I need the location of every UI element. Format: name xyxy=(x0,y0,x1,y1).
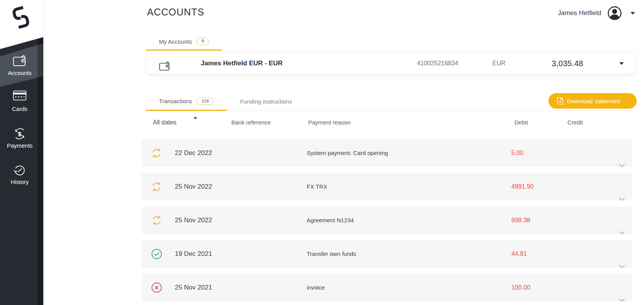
tab-label: Funding instructions xyxy=(240,98,292,105)
transaction-date: 19 Dec 2021 xyxy=(175,240,212,268)
app-logo xyxy=(0,0,43,51)
pending-sync-icon xyxy=(151,148,162,158)
sidebar-item-payments[interactable]: $ Payments xyxy=(0,127,39,149)
failed-x-icon xyxy=(151,282,162,293)
wallet-icon xyxy=(0,54,39,69)
transaction-debit: 998.38 xyxy=(511,206,530,234)
download-icon xyxy=(557,97,564,105)
payments-icon: $ xyxy=(0,127,39,141)
transaction-status-icon xyxy=(151,282,162,293)
column-header-payment-reason: Payment reason xyxy=(308,117,350,128)
transaction-row[interactable]: 25 Nov 2021 invoice 100.00 xyxy=(142,274,632,302)
transactions-count-badge: 114 xyxy=(196,97,214,105)
sidebar-item-label: Cards xyxy=(0,106,39,112)
account-card[interactable]: James Hetfield EUR - EUR 410025216834 EU… xyxy=(146,52,635,74)
transaction-status-icon xyxy=(151,181,162,192)
transactions-list: 22 Dec 2022 System payment: Card opening… xyxy=(142,139,632,305)
transaction-date: 25 Nov 2022 xyxy=(175,206,212,234)
sidebar-item-accounts[interactable]: Accounts xyxy=(0,54,39,76)
date-filter-dropdown[interactable]: All dates xyxy=(153,117,176,128)
transaction-debit: 4991.90 xyxy=(511,173,534,201)
account-currency: EUR xyxy=(492,53,506,74)
user-menu-caret-icon[interactable] xyxy=(630,12,635,15)
account-stack-layer xyxy=(156,76,625,78)
accounts-tab-bar: My Accounts 9 xyxy=(146,33,222,51)
transaction-reason: invoice xyxy=(307,274,325,302)
chevron-down-icon[interactable] xyxy=(619,286,625,305)
transaction-row[interactable]: 25 Nov 2022 FX TRX 4991.90 xyxy=(142,173,632,201)
transaction-debit: 44.91 xyxy=(511,240,527,268)
date-filter-caret-icon[interactable] xyxy=(193,117,197,119)
transaction-reason: Agreement N1234 xyxy=(307,206,354,234)
transaction-status-icon xyxy=(151,215,162,226)
wallet-icon xyxy=(159,58,171,80)
account-name: James Hetfield EUR - EUR xyxy=(201,53,283,74)
avatar[interactable] xyxy=(607,6,622,20)
column-header-debit: Debit xyxy=(514,117,528,128)
sidebar-item-label: Accounts xyxy=(0,70,39,76)
transaction-debit: 100.00 xyxy=(511,274,530,302)
download-statement-button[interactable]: Download statement xyxy=(548,93,637,109)
sidebar-item-cards[interactable]: Cards xyxy=(0,90,39,112)
sidebar-item-label: History xyxy=(0,179,39,185)
credit-card-icon xyxy=(0,90,39,105)
completed-check-icon xyxy=(151,249,162,259)
tab-label: My Accounts xyxy=(159,38,192,45)
sidebar-item-history[interactable]: History xyxy=(0,163,39,185)
sidebar-item-label: Payments xyxy=(0,142,39,149)
download-statement-label: Download statement xyxy=(567,98,620,104)
sidebar-fold-shade xyxy=(38,0,43,305)
account-expand-caret-icon[interactable] xyxy=(619,62,624,65)
transaction-row[interactable]: 22 Dec 2022 System payment: Card opening… xyxy=(142,139,632,167)
transaction-row[interactable]: 25 Nov 2022 Agreement N1234 998.38 xyxy=(142,206,632,234)
column-header-bank-reference: Bank reference xyxy=(231,117,271,128)
tab-label: Transactions xyxy=(159,98,192,104)
column-header-credit: Credit xyxy=(567,117,583,128)
account-stack-layer xyxy=(150,74,631,76)
history-icon xyxy=(0,163,39,178)
sidebar: Accounts Cards $ Payments xyxy=(0,0,43,305)
tab-funding-instructions[interactable]: Funding instructions xyxy=(227,92,305,111)
svg-text:$: $ xyxy=(17,130,22,138)
pending-sync-icon xyxy=(151,181,162,192)
transaction-debit: 5.00 xyxy=(511,139,523,167)
transaction-status-icon xyxy=(151,249,162,259)
user-name: James Hetfield xyxy=(558,9,601,17)
transaction-status-icon xyxy=(151,148,162,158)
logo-icon xyxy=(9,4,33,31)
tab-my-accounts[interactable]: My Accounts 9 xyxy=(146,33,222,51)
account-balance: 3,035.48 xyxy=(552,53,583,74)
transaction-date: 22 Dec 2022 xyxy=(175,139,212,167)
transaction-date: 25 Nov 2021 xyxy=(175,274,212,302)
accounts-count-badge: 9 xyxy=(196,37,209,45)
pending-sync-icon xyxy=(151,215,162,226)
transaction-reason: FX TRX xyxy=(307,173,327,201)
transaction-date: 25 Nov 2022 xyxy=(175,173,212,201)
page-title: ACCOUNTS xyxy=(147,7,204,18)
transaction-reason: System payment: Card opening xyxy=(307,139,388,167)
tab-transactions[interactable]: Transactions 114 xyxy=(146,92,227,111)
transaction-reason: Transfer own funds xyxy=(307,240,356,268)
transactions-header-row: All dates Bank reference Payment reason … xyxy=(142,117,632,128)
account-number: 410025216834 xyxy=(417,53,458,74)
transaction-row[interactable]: 19 Dec 2021 Transfer own funds 44.91 xyxy=(142,240,632,268)
